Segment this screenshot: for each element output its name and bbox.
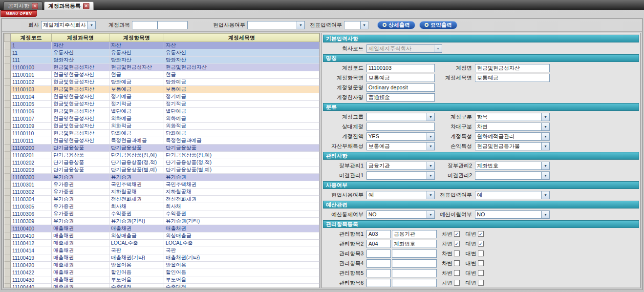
- cell-detail-name[interactable]: 국민주택채권: [164, 181, 320, 188]
- account-gubun-select[interactable]: 항목 ▼: [475, 113, 550, 121]
- cell-account-name[interactable]: 매출채권: [52, 262, 109, 269]
- cell-account-code[interactable]: 11100410: [11, 232, 52, 240]
- cell-account-code[interactable]: 11100106: [11, 108, 52, 115]
- table-row[interactable]: 11100414매출채권국판국판: [4, 247, 320, 254]
- table-row[interactable]: 11100300유가증권유가증권유가증권: [4, 174, 320, 181]
- close-icon[interactable]: ×: [83, 3, 89, 9]
- row-selector[interactable]: [4, 79, 11, 86]
- cell-detail-name[interactable]: 자산: [164, 42, 320, 49]
- cell-detail-name[interactable]: 별단예금: [164, 108, 320, 115]
- table-row[interactable]: 11100200단기금융상품단기금융상품단기금융상품: [4, 145, 320, 152]
- cell-account-code[interactable]: 11100301: [11, 181, 52, 188]
- row-selector[interactable]: [4, 284, 11, 289]
- table-row[interactable]: 11100410매출채권외상매출금외상매출금: [4, 232, 320, 240]
- row-selector[interactable]: [4, 262, 11, 269]
- slip-filter-select[interactable]: ▼: [344, 21, 368, 29]
- row-selector[interactable]: [4, 203, 11, 210]
- budget1-select[interactable]: NO ▼: [366, 210, 435, 219]
- table-row[interactable]: 11100400매출채권매출채권매출채권: [4, 225, 320, 232]
- column-header-item-name[interactable]: 계정항목명: [109, 34, 164, 42]
- contra-account-field[interactable]: [366, 123, 435, 131]
- cell-detail-name[interactable]: 국판: [164, 247, 320, 254]
- row-selector[interactable]: [4, 108, 11, 115]
- open2-select[interactable]: ▼: [475, 171, 550, 180]
- table-row[interactable]: 11100430매출채권부도어음부도어음: [4, 276, 320, 284]
- cell-account-name[interactable]: 유가증권: [52, 203, 109, 210]
- row-selector[interactable]: [4, 123, 11, 130]
- cell-item-name[interactable]: 특정현금과예금: [109, 137, 164, 145]
- mgmt-name-input[interactable]: [392, 230, 437, 238]
- cell-account-code[interactable]: 11100107: [11, 115, 52, 123]
- cell-item-name[interactable]: 할인어음: [109, 269, 164, 276]
- cell-item-name[interactable]: 자산: [109, 42, 164, 49]
- cell-account-code[interactable]: 11100400: [11, 225, 52, 232]
- cell-detail-name[interactable]: 수출대전: [164, 284, 320, 289]
- pl-char-select[interactable]: 현금및현금등가물 ▼: [475, 142, 550, 150]
- cell-item-name[interactable]: 단기금융상품(정,적): [109, 159, 164, 167]
- cell-item-name[interactable]: 외상매출금: [109, 232, 164, 240]
- cell-detail-name[interactable]: 유동자산: [164, 49, 320, 57]
- cell-item-name[interactable]: 국민주택채권: [109, 181, 164, 188]
- cell-account-name[interactable]: 현금및현금성자산: [52, 123, 109, 130]
- cell-detail-name[interactable]: 매출채권: [164, 225, 320, 232]
- cell-item-name[interactable]: 단기금융상품(별,예): [109, 167, 164, 174]
- cell-detail-name[interactable]: 현금및현금성자산: [164, 64, 320, 71]
- table-row[interactable]: 11100106현금및현금성자산별단예금별단예금: [4, 108, 320, 115]
- cell-account-name[interactable]: 단기금융상품: [52, 167, 109, 174]
- use1-select[interactable]: 예 ▼: [366, 191, 435, 199]
- table-row[interactable]: 11100101현금및현금성자산현금현금: [4, 71, 320, 79]
- cell-account-name[interactable]: 매출채권: [52, 269, 109, 276]
- row-selector[interactable]: [4, 269, 11, 276]
- cell-account-name[interactable]: 매출채권: [52, 247, 109, 254]
- cell-account-name[interactable]: 매출채권: [52, 254, 109, 262]
- ledger2-select[interactable]: 계좌번호 ▼: [475, 162, 550, 170]
- open1-select[interactable]: ▼: [366, 171, 435, 180]
- cell-detail-name[interactable]: 외화적금: [164, 123, 320, 130]
- cell-detail-name[interactable]: 할인어음: [164, 269, 320, 276]
- table-row[interactable]: 11유동자산유동자산유동자산: [4, 49, 320, 57]
- cell-detail-name[interactable]: LOCAL수출: [164, 240, 320, 247]
- row-selector[interactable]: [4, 225, 11, 232]
- cell-account-name[interactable]: 유가증권: [52, 188, 109, 196]
- cell-item-name[interactable]: 정기적금: [109, 101, 164, 108]
- mgmt-code-input[interactable]: [366, 259, 391, 268]
- cell-account-code[interactable]: 11100304: [11, 196, 52, 203]
- cell-account-code[interactable]: 11100102: [11, 79, 52, 86]
- cell-detail-name[interactable]: 부도어음: [164, 276, 320, 284]
- row-selector[interactable]: [4, 115, 11, 123]
- cell-account-code[interactable]: 11100110: [11, 130, 52, 137]
- table-row[interactable]: 11100102현금및현금성자산당좌예금당좌예금: [4, 79, 320, 86]
- cell-item-name[interactable]: 수익증권: [109, 210, 164, 218]
- table-row[interactable]: 11100202단기금융상품단기금융상품(정,적)단기금융상품(정,적): [4, 159, 320, 167]
- cell-account-name[interactable]: 유가증권: [52, 181, 109, 188]
- table-row[interactable]: 11100110현금및현금성자산당좌예금당좌예금: [4, 130, 320, 137]
- cell-item-name[interactable]: 수출대전: [109, 284, 164, 289]
- mgmt-code-input[interactable]: [366, 240, 391, 248]
- cell-account-name[interactable]: 매출채권: [52, 240, 109, 247]
- row-selector[interactable]: [4, 137, 11, 145]
- row-selector[interactable]: [4, 188, 11, 196]
- column-header-code[interactable]: 계정코드: [11, 34, 52, 42]
- cell-account-code[interactable]: 11100111: [11, 137, 52, 145]
- cell-detail-name[interactable]: 전신전화채권: [164, 196, 320, 203]
- cell-item-name[interactable]: 정기예금: [109, 93, 164, 101]
- cell-detail-name[interactable]: 당좌예금: [164, 130, 320, 137]
- table-row[interactable]: 11100203단기금융상품단기금융상품(별,예)단기금융상품(별,예): [4, 167, 320, 174]
- cell-detail-name[interactable]: 회사채: [164, 203, 320, 210]
- credit-checkbox[interactable]: [478, 260, 484, 266]
- cell-account-name[interactable]: 매출채권: [52, 232, 109, 240]
- row-selector[interactable]: [4, 93, 11, 101]
- mgmt-code-input[interactable]: [366, 279, 391, 287]
- use-filter-select[interactable]: ▼: [247, 21, 305, 29]
- cell-item-name[interactable]: 유가증권(기타): [109, 218, 164, 225]
- row-selector[interactable]: [4, 181, 11, 188]
- cell-item-name[interactable]: 외화적금: [109, 123, 164, 130]
- cell-detail-name[interactable]: 당좌예금: [164, 79, 320, 86]
- cell-account-code[interactable]: 11100309: [11, 218, 52, 225]
- cell-account-name[interactable]: 현금및현금성자산: [52, 64, 109, 71]
- credit-checkbox[interactable]: [478, 250, 484, 256]
- cell-detail-name[interactable]: 단기금융상품(정,적): [164, 159, 320, 167]
- summary-print-button[interactable]: 요약출력: [419, 21, 457, 29]
- mgmt-code-input[interactable]: [366, 230, 391, 238]
- row-selector[interactable]: [4, 276, 11, 284]
